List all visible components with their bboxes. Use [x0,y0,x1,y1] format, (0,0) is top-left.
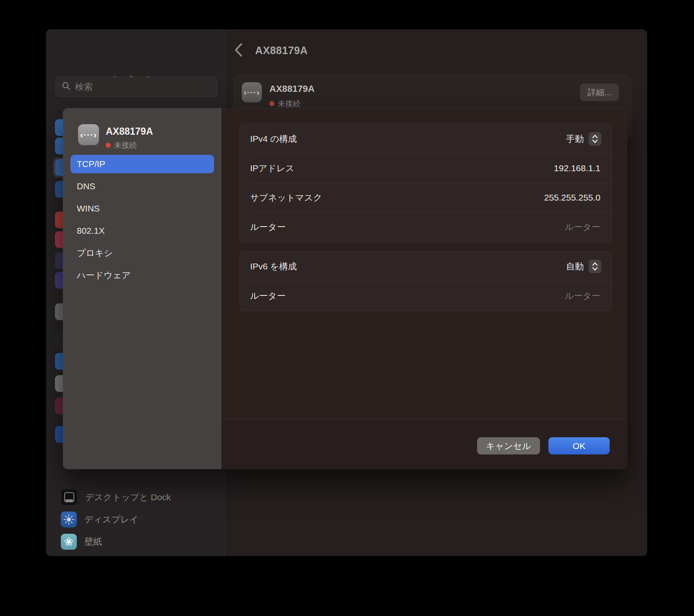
sheet-footer: キャンセル OK [222,419,627,469]
subnet-mask-label: サブネットマスク [250,192,322,204]
adapter-status-text: 未接続 [278,99,300,109]
sheet-adapter-name: AX88179A [106,126,153,137]
ipv6-router-label: ルーター [250,290,286,302]
cancel-button[interactable]: キャンセル [477,437,540,454]
desktop-dock-icon [61,489,78,506]
ipv6-config-row: IPv6 を構成 自動 [240,252,611,281]
network-adapter-icon: ‹···› [78,124,99,145]
tab-tcpip[interactable]: TCP/IP [70,155,214,173]
ipv4-config-popup-button[interactable] [589,132,601,146]
network-adapter-icon: ‹···› [242,82,262,102]
ipv6-group: IPv6 を構成 自動 ルーター [240,251,612,311]
ipv4-router-row: ルーター [240,212,611,242]
tab-hardware[interactable]: ハードウェア [70,266,214,285]
tcpip-sheet: ‹···› AX88179A 未接続 TCP/IP DNS WINS 802.1… [63,108,627,469]
screen: 検索 デスクトップと Dock [0,0,694,616]
sheet-sidebar: ‹···› AX88179A 未接続 TCP/IP DNS WINS 802.1… [63,108,222,469]
sheet-content: IPv4 の構成 手動 IPアドレス サブネットマスク [222,108,627,469]
adapter-status: 未接続 [269,99,300,109]
sidebar-item-label: ディスプレイ [84,514,138,525]
ipv4-config-value: 手動 [566,133,584,145]
search-placeholder: 検索 [75,81,93,93]
sheet-adapter-status-text: 未接続 [114,140,137,150]
sidebar-item-display[interactable]: ディスプレイ [46,510,227,529]
ipv6-config-popup-button[interactable] [589,260,601,273]
display-icon [61,512,77,527]
tab-wins[interactable]: WINS [70,199,214,218]
ipv4-router-label: ルーター [250,221,286,233]
subnet-mask-field[interactable] [419,192,601,203]
sidebar-item-wallpaper[interactable]: ❀ 壁紙 [46,532,227,551]
status-dot-icon [106,143,111,148]
page-title: AX88179A [255,44,308,57]
status-dot-icon [269,101,274,106]
ok-button[interactable]: OK [548,437,610,454]
tab-proxies[interactable]: プロキシ [70,244,214,262]
subnet-mask-row: サブネットマスク [240,183,611,212]
ipv6-config-label: IPv6 を構成 [250,261,297,272]
ip-address-label: IPアドレス [250,162,295,174]
tab-8021x[interactable]: 802.1X [70,222,214,240]
search-input[interactable]: 検索 [55,77,217,97]
sidebar-item-label: 壁紙 [84,536,102,548]
ipv4-group: IPv4 の構成 手動 IPアドレス サブネットマスク [240,124,612,242]
search-icon [62,81,71,92]
ip-address-field[interactable] [419,163,601,174]
sidebar-item-desktop-dock[interactable]: デスクトップと Dock [46,488,227,507]
details-button[interactable]: 詳細... [580,84,619,101]
ipv4-router-field[interactable] [419,222,601,232]
ipv6-config-value: 自動 [566,261,584,272]
ipv6-router-field[interactable] [419,290,601,301]
ip-address-row: IPアドレス [240,154,611,183]
ipv4-config-row: IPv4 の構成 手動 [240,124,611,154]
tab-dns[interactable]: DNS [70,177,214,196]
ipv6-router-row: ルーター [240,281,611,311]
adapter-name: AX88179A [269,84,315,94]
sheet-adapter-status: 未接続 [106,140,137,150]
sheet-nav: TCP/IP DNS WINS 802.1X プロキシ ハードウェア [70,155,214,288]
back-button[interactable] [234,43,249,60]
ipv4-config-label: IPv4 の構成 [250,133,297,145]
sidebar-item-label: デスクトップと Dock [85,491,171,503]
wallpaper-icon: ❀ [61,534,77,550]
